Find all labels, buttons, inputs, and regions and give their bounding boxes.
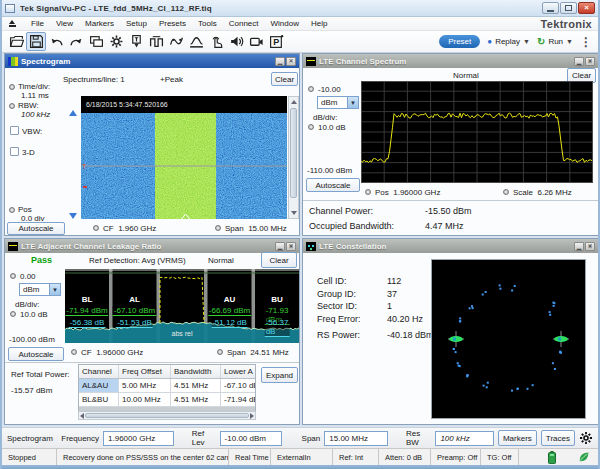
cell-channel[interactable]: BL&BU (79, 393, 119, 406)
preset-button[interactable]: Preset (439, 35, 480, 48)
aclr-abs-rel-label[interactable]: abs rel (171, 330, 192, 337)
menu-setup[interactable]: Setup (120, 17, 153, 30)
cell-bandwidth[interactable]: 4.51 MHz (171, 393, 221, 406)
spectrogram-plot[interactable]: 6/18/2015 5:34:47.520166 T (81, 96, 287, 219)
span-field[interactable]: 15.00 MHz (324, 431, 388, 446)
scroll-down-icon[interactable] (289, 208, 298, 218)
panel-minimize-icon[interactable]: ▁ (275, 57, 285, 66)
combo-caret-icon[interactable]: ▼ (49, 284, 60, 295)
spectrogram-autoscale-button[interactable]: Autoscale (7, 222, 65, 235)
redo-icon[interactable] (66, 32, 86, 51)
more-menu-icon[interactable]: ⋮ (580, 35, 592, 49)
time-div-knob-icon[interactable] (9, 84, 15, 90)
pos-knob-icon[interactable] (9, 207, 15, 213)
expand-button[interactable]: Expand (261, 367, 298, 383)
cs-dbdiv-knob-icon[interactable] (308, 124, 314, 130)
displays-icon[interactable] (86, 32, 106, 51)
panel-close-icon[interactable]: ✕ (585, 57, 595, 66)
aclr-header[interactable]: LTE Adjacent Channel Leakage Ratio ▁ ✕ (5, 239, 299, 253)
menu-window[interactable]: Window (265, 17, 305, 30)
spectrogram-top-marker-icon[interactable] (69, 110, 77, 116)
aclr-table-hscrollbar[interactable] (78, 411, 256, 420)
aclr-trace-mode[interactable]: Normal (208, 256, 234, 265)
cs-dbdiv-value[interactable]: 10.0 dB (318, 123, 346, 132)
minimize-button[interactable] (542, 2, 559, 14)
analysis-icon[interactable] (166, 32, 186, 51)
trigger-icon[interactable] (146, 32, 166, 51)
aclr-dbdiv-knob-icon[interactable] (10, 311, 16, 317)
aclr-table[interactable]: Channel Freq Offset Bandwidth Lower A AL… (78, 364, 256, 416)
menu-markers[interactable]: Markers (79, 17, 120, 30)
touch-icon[interactable] (206, 32, 226, 51)
cs-ref-knob-icon[interactable] (308, 86, 314, 92)
panel-minimize-icon[interactable]: ▁ (574, 57, 584, 66)
time-div-value[interactable]: 1.11 ms (21, 91, 49, 100)
aclr-ref-knob-icon[interactable] (10, 273, 16, 279)
cf-knob-icon[interactable] (93, 225, 99, 231)
menu-help[interactable]: Help (305, 17, 333, 30)
spectrogram-bottom-marker-icon[interactable] (69, 213, 77, 219)
spectrum-icon[interactable] (186, 32, 206, 51)
table-row[interactable]: AL&AU 5.00 MHz 4.51 MHz -67.10 dB (79, 379, 255, 393)
menu-file[interactable]: File (25, 17, 50, 30)
spectrogram-cf[interactable]: CF 1.960 GHz (103, 224, 156, 233)
spectrogram-span[interactable]: Span 15.00 MHz (225, 224, 287, 233)
panel-close-icon[interactable]: ✕ (286, 57, 296, 66)
rbw-knob-icon[interactable] (9, 103, 15, 109)
settings-gear-icon[interactable] (106, 32, 126, 51)
marker-icon[interactable] (126, 32, 146, 51)
frequency-field[interactable]: 1.96000 GHz (103, 431, 174, 446)
aclr-plot[interactable]: BL AL AU BU -71.94 dBm -67.10 dBm -66.69… (65, 269, 299, 343)
cell-channel[interactable]: AL&AU (79, 379, 119, 392)
markers-button[interactable]: Markers (498, 430, 537, 446)
cell-freq-offset[interactable]: 10.00 MHz (119, 393, 171, 406)
spectrogram-clear-button[interactable]: Clear (271, 72, 298, 86)
panel-minimize-icon[interactable]: ▁ (275, 242, 285, 251)
close-button[interactable]: × (578, 2, 595, 14)
constellation-plot[interactable] (431, 259, 586, 419)
panel-close-icon[interactable]: ✕ (286, 242, 296, 251)
cs-pos[interactable]: Pos 1.96000 GHz (375, 188, 440, 197)
channel-spectrum-header[interactable]: LTE Channel Spectrum ▁ ✕ (303, 54, 598, 68)
settings-gear-button[interactable] (579, 430, 593, 446)
cell-lower[interactable]: -67.10 dB (221, 379, 256, 392)
preset-p-icon[interactable]: P (266, 32, 286, 51)
threed-checkbox[interactable] (10, 147, 19, 156)
replay-dropdown[interactable]: ● Replay ▼ (487, 37, 530, 46)
aclr-autoscale-button[interactable]: Autoscale (8, 347, 64, 361)
channel-spectrum-plot[interactable] (361, 81, 593, 183)
combo-caret-icon[interactable]: ▼ (347, 97, 358, 108)
spectrogram-scrollbar[interactable] (288, 96, 299, 219)
vbw-checkbox[interactable] (10, 126, 19, 135)
maximize-button[interactable] (560, 2, 577, 14)
aclr-unit-combo[interactable]: dBm ▼ (19, 283, 61, 296)
span-knob-icon[interactable] (215, 225, 221, 231)
undo-icon[interactable] (46, 32, 66, 51)
aclr-dbdiv-value[interactable]: 10.0 dB (20, 310, 48, 319)
cs-pos-knob-icon[interactable] (365, 189, 371, 195)
cs-autoscale-button[interactable]: Autoscale (306, 178, 360, 192)
scroll-right-icon[interactable] (250, 413, 254, 419)
menu-tools[interactable]: Tools (192, 17, 223, 30)
ref-lev-field[interactable]: -10.00 dBm (220, 431, 282, 446)
aclr-ref-level[interactable]: 0.00 (20, 272, 36, 281)
menu-connect[interactable]: Connect (223, 17, 265, 30)
menu-view[interactable]: View (50, 17, 79, 30)
detection-mode[interactable]: +Peak (160, 75, 183, 84)
cell-freq-offset[interactable]: 5.00 MHz (119, 379, 171, 392)
panel-close-icon[interactable]: ✕ (585, 242, 595, 251)
cs-ref-level[interactable]: -10.00 (318, 85, 341, 94)
save-icon[interactable] (26, 32, 46, 51)
cs-trace-mode[interactable]: Normal (453, 71, 479, 80)
run-dropdown[interactable]: ↻ Run ▼ (537, 36, 573, 47)
scroll-left-icon[interactable] (80, 413, 84, 419)
traces-button[interactable]: Traces (541, 430, 575, 446)
spectrogram-header[interactable]: Spectrogram ▁ ✕ (5, 54, 299, 68)
cs-scale[interactable]: Scale 6.26 MHz (513, 188, 572, 197)
aclr-clear-button[interactable]: Clear (261, 252, 297, 268)
table-row[interactable]: BL&BU 10.00 MHz 4.51 MHz -71.94 dB (79, 393, 255, 407)
aclr-cf[interactable]: CF 1.96000 GHz (81, 348, 143, 357)
cs-unit-combo[interactable]: dBm ▼ (317, 96, 359, 109)
aclr-span[interactable]: Span 24.51 MHz (227, 348, 289, 357)
aclr-cf-knob-icon[interactable] (71, 349, 77, 355)
